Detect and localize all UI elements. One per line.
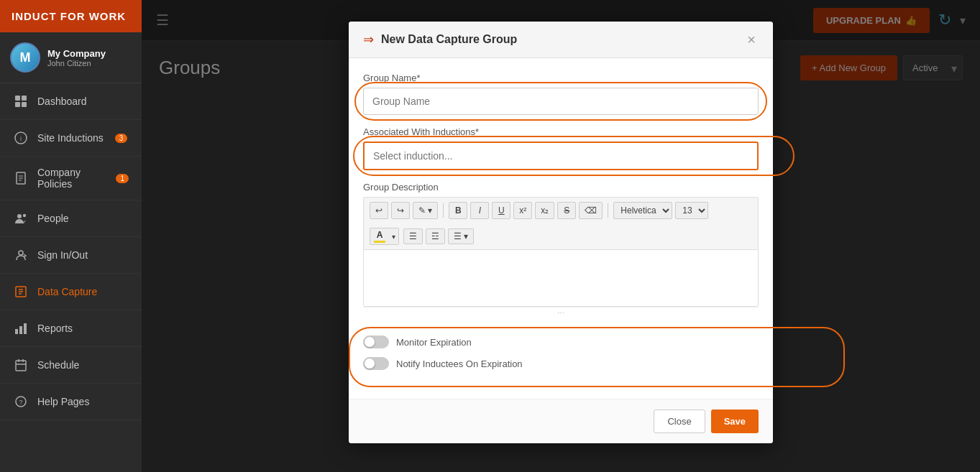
svg-point-11 bbox=[23, 214, 26, 217]
svg-rect-1 bbox=[22, 96, 27, 101]
ordered-list-button[interactable]: ☲ bbox=[426, 228, 445, 244]
svg-text:?: ? bbox=[19, 399, 22, 406]
user-name: John Citizen bbox=[47, 59, 106, 68]
group-name-label: Group Name* bbox=[363, 73, 759, 83]
close-button[interactable]: Close bbox=[654, 409, 705, 433]
svg-point-12 bbox=[19, 251, 23, 255]
svg-rect-18 bbox=[19, 326, 22, 334]
user-info: My Company John Citizen bbox=[47, 48, 106, 68]
sidebar-item-data-capture[interactable]: Data Capture bbox=[0, 274, 142, 310]
company-name: My Company bbox=[47, 48, 106, 59]
induction-group: Associated With Inductions* bbox=[363, 126, 759, 170]
sidebar-label-company-policies: Company Policies bbox=[37, 167, 104, 190]
sidebar-label-schedule: Schedule bbox=[37, 359, 79, 371]
sidebar-label-people: People bbox=[37, 213, 69, 224]
eraser-button[interactable]: ⌫ bbox=[579, 202, 603, 219]
notify-inductees-label: Notify Inductees On Expiration bbox=[396, 358, 523, 369]
superscript-button[interactable]: x² bbox=[513, 202, 532, 219]
group-name-highlight bbox=[363, 88, 759, 115]
subscript-button[interactable]: x₂ bbox=[535, 202, 554, 219]
site-inductions-badge: 3 bbox=[115, 134, 128, 143]
logo-text: INDUCT FOR WORK bbox=[12, 10, 126, 22]
rte-toolbar: ↩ ↪ ✎ ▾ B I U x² x₂ S ⌫ Helvetica 13 bbox=[363, 197, 759, 223]
app-logo[interactable]: INDUCT FOR WORK bbox=[0, 0, 142, 32]
monitor-expiration-toggle[interactable] bbox=[363, 336, 389, 348]
svg-rect-19 bbox=[24, 323, 27, 334]
save-button[interactable]: Save bbox=[711, 409, 759, 433]
sidebar: INDUCT FOR WORK M My Company John Citize… bbox=[0, 0, 142, 472]
description-label: Group Description bbox=[363, 182, 759, 193]
schedule-icon bbox=[13, 357, 29, 373]
sidebar-item-sign-in-out[interactable]: Sign In/Out bbox=[0, 237, 142, 274]
italic-button[interactable]: I bbox=[470, 202, 489, 219]
modal-icon: ⇒ bbox=[363, 32, 374, 47]
modal-new-group: ⇒ New Data Capture Group × Group Name* A… bbox=[349, 22, 773, 443]
formatting-button[interactable]: ✎ ▾ bbox=[413, 202, 438, 219]
notify-inductees-row: Notify Inductees On Expiration bbox=[363, 357, 759, 370]
modal-footer: Close Save bbox=[349, 399, 773, 443]
company-policies-icon bbox=[13, 170, 29, 186]
induction-highlight bbox=[363, 142, 759, 170]
avatar: M bbox=[10, 42, 40, 73]
undo-button[interactable]: ↩ bbox=[370, 202, 388, 219]
site-inductions-icon: i bbox=[13, 130, 29, 146]
group-name-input[interactable] bbox=[363, 88, 759, 115]
sidebar-item-help-pages[interactable]: ? Help Pages bbox=[0, 384, 142, 420]
dashboard-icon bbox=[13, 93, 29, 109]
company-policies-badge: 1 bbox=[116, 174, 129, 183]
induction-input[interactable] bbox=[363, 142, 759, 170]
monitor-expiration-row: Monitor Expiration bbox=[363, 336, 759, 348]
notify-inductees-toggle[interactable] bbox=[363, 357, 389, 370]
text-color-button[interactable]: A bbox=[370, 228, 390, 245]
svg-rect-17 bbox=[15, 329, 18, 334]
sidebar-item-dashboard[interactable]: Dashboard bbox=[0, 83, 142, 120]
toggles-section: Monitor Expiration Notify Inductees On E… bbox=[363, 330, 759, 384]
group-name-group: Group Name* bbox=[363, 73, 759, 115]
sidebar-label-dashboard: Dashboard bbox=[37, 96, 87, 107]
sign-in-out-icon bbox=[13, 247, 29, 263]
svg-rect-0 bbox=[15, 96, 20, 101]
sidebar-item-people[interactable]: People bbox=[0, 200, 142, 237]
size-select[interactable]: 13 bbox=[675, 202, 708, 219]
monitor-expiration-label: Monitor Expiration bbox=[396, 337, 472, 348]
modal-header: ⇒ New Data Capture Group × bbox=[349, 22, 773, 58]
sidebar-item-schedule[interactable]: Schedule bbox=[0, 347, 142, 384]
align-button[interactable]: ☰ ▾ bbox=[448, 228, 474, 244]
induction-label: Associated With Inductions* bbox=[363, 126, 759, 137]
sidebar-label-sign-in-out: Sign In/Out bbox=[37, 249, 88, 261]
rte-resize-handle[interactable]: ⋯ bbox=[363, 307, 759, 318]
svg-point-10 bbox=[17, 214, 22, 218]
svg-rect-20 bbox=[16, 361, 26, 371]
reports-icon bbox=[13, 320, 29, 336]
data-capture-icon bbox=[13, 284, 29, 300]
text-color-dropdown[interactable]: ▾ bbox=[389, 228, 399, 245]
strikethrough-button[interactable]: S bbox=[557, 202, 576, 219]
user-section: M My Company John Citizen bbox=[0, 32, 142, 83]
unordered-list-button[interactable]: ☰ bbox=[403, 228, 423, 244]
bold-button[interactable]: B bbox=[449, 202, 467, 219]
underline-button[interactable]: U bbox=[492, 202, 510, 219]
main-content: ☰ UPGRADE PLAN 👍 ↻ ▾ Groups + Add New Gr… bbox=[142, 0, 980, 472]
sidebar-item-reports[interactable]: Reports bbox=[0, 310, 142, 347]
description-group: Group Description ↩ ↪ ✎ ▾ B I U x² x₂ S … bbox=[363, 182, 759, 318]
svg-rect-2 bbox=[15, 102, 20, 107]
modal-close-button[interactable]: × bbox=[744, 32, 759, 47]
font-select[interactable]: Helvetica bbox=[613, 202, 672, 219]
rte-content-area[interactable] bbox=[363, 249, 759, 307]
rte-toolbar-row2: A ▾ ☰ ☲ ☰ ▾ bbox=[363, 223, 759, 249]
svg-text:i: i bbox=[20, 135, 22, 142]
people-icon bbox=[13, 210, 29, 226]
modal-body: Group Name* Associated With Inductions* … bbox=[349, 58, 773, 399]
sidebar-label-reports: Reports bbox=[37, 323, 73, 334]
sidebar-item-site-inductions[interactable]: i Site Inductions 3 bbox=[0, 120, 142, 157]
sidebar-label-data-capture: Data Capture bbox=[37, 286, 97, 297]
help-icon: ? bbox=[13, 394, 29, 409]
sidebar-item-company-policies[interactable]: Company Policies 1 bbox=[0, 157, 142, 200]
redo-button[interactable]: ↪ bbox=[391, 202, 410, 219]
sidebar-label-site-inductions: Site Inductions bbox=[37, 132, 104, 144]
modal-title: New Data Capture Group bbox=[381, 33, 737, 46]
sidebar-label-help: Help Pages bbox=[37, 396, 89, 407]
svg-rect-3 bbox=[22, 102, 27, 107]
